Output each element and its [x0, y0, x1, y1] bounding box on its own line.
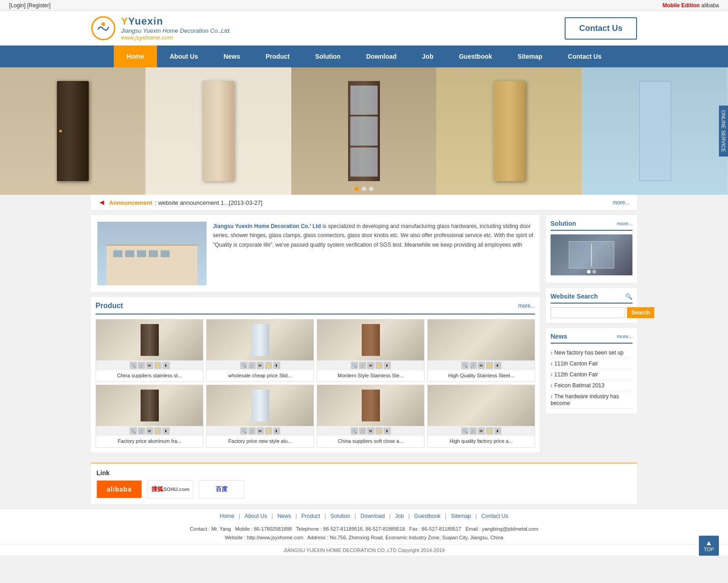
baidu-logo[interactable]: 百度 — [199, 480, 244, 498]
pi2-2[interactable]: 🛒 — [248, 362, 256, 369]
news-link-4[interactable]: Feicon Batimat 2013 — [554, 382, 604, 389]
footer-contact-us[interactable]: Contact Us — [481, 513, 508, 519]
product-item-3[interactable]: 🔍 🛒 ✉ ⭐ ⬇ Mordern Style Stainless Ste... — [317, 319, 425, 382]
alibaba-label[interactable]: alibaba — [701, 2, 719, 9]
mobile-edition-label[interactable]: Mobile Edition — [662, 2, 700, 9]
solution-image[interactable] — [551, 234, 632, 275]
footer-guestbook[interactable]: Guestbook — [414, 513, 440, 519]
pi-4[interactable]: ⭐ — [154, 362, 162, 369]
search-button[interactable]: Search — [627, 307, 654, 318]
news-link-5[interactable]: The hardware industry has become — [551, 393, 619, 406]
product-item-2[interactable]: 🔍 🛒 ✉ ⭐ ⬇ wholesale cheap price Slid... — [206, 319, 314, 382]
pi3-2[interactable]: 🛒 — [359, 362, 366, 369]
solution-more-link[interactable]: more... — [617, 221, 632, 226]
pi7-4[interactable]: ⭐ — [375, 427, 383, 435]
pi6-1[interactable]: 🔍 — [240, 427, 248, 435]
product-item-4[interactable]: 🔍 🛒 ✉ ⭐ ⬇ High Quality Stainless Steel..… — [427, 319, 535, 382]
pi7-5[interactable]: ⬇ — [384, 427, 391, 435]
pi3-5[interactable]: ⬇ — [384, 362, 391, 369]
pi8-2[interactable]: 🛒 — [470, 427, 477, 435]
news-more-link[interactable]: more... — [617, 334, 632, 339]
footer-sitemap[interactable]: Sitemap — [451, 513, 471, 519]
contact-us-header-button[interactable]: Contact Us — [565, 17, 637, 40]
nav-download[interactable]: Download — [354, 46, 410, 67]
pi4-5[interactable]: ⬇ — [494, 362, 501, 369]
bw-1 — [113, 250, 122, 257]
footer-product[interactable]: Product — [301, 513, 320, 519]
pi3-3[interactable]: ✉ — [367, 362, 374, 369]
pi8-3[interactable]: ✉ — [478, 427, 485, 435]
nav-job[interactable]: Job — [410, 46, 446, 67]
footer-about-us[interactable]: About Us — [245, 513, 267, 519]
pi4-1[interactable]: 🔍 — [461, 362, 469, 369]
sohu-logo[interactable]: 搜狐 SOHU.com — [147, 480, 193, 498]
pi-1[interactable]: 🔍 — [130, 362, 137, 369]
pi5-4[interactable]: ⭐ — [154, 427, 162, 435]
product-item-5[interactable]: 🔍 🛒 ✉ ⭐ ⬇ Factory price aluminum fra... — [96, 385, 203, 447]
pi6-4[interactable]: ⭐ — [265, 427, 272, 435]
pi5-1[interactable]: 🔍 — [130, 427, 137, 435]
pi6-2[interactable]: 🛒 — [248, 427, 256, 435]
nav-sitemap[interactable]: Sitemap — [505, 46, 555, 67]
announcement-more-link[interactable]: more... — [613, 199, 630, 206]
news-link-3[interactable]: 112th Canton Fair — [554, 371, 598, 378]
pi2-5[interactable]: ⬇ — [273, 362, 280, 369]
footer-home[interactable]: Home — [220, 513, 234, 519]
nav-guestbook[interactable]: Guestbook — [446, 46, 505, 67]
pi3-4[interactable]: ⭐ — [375, 362, 383, 369]
banner-dot-2[interactable] — [362, 187, 366, 191]
news-link-2[interactable]: 111th Canton Fair — [554, 360, 598, 367]
logo-text: YYuexin Jiangsu Yuexin Home Decoration C… — [121, 15, 231, 41]
nav-about-us[interactable]: About Us — [157, 46, 211, 67]
product-item-1[interactable]: 🔍 🛒 ✉ ⭐ ⬇ China suppliers stainless st..… — [96, 319, 203, 382]
footer-news[interactable]: News — [278, 513, 291, 519]
pi8-4[interactable]: ⭐ — [486, 427, 493, 435]
login-link[interactable]: [Login] — [9, 2, 25, 9]
news-link-1[interactable]: New factory has been set up — [554, 350, 623, 356]
pi2-4[interactable]: ⭐ — [265, 362, 272, 369]
footer-download[interactable]: Download — [360, 513, 384, 519]
nav-product[interactable]: Product — [253, 46, 303, 67]
pi4-2[interactable]: 🛒 — [470, 362, 477, 369]
search-input[interactable] — [551, 307, 625, 318]
pi4-4[interactable]: ⭐ — [486, 362, 493, 369]
nav-solution[interactable]: Solution — [303, 46, 354, 67]
pi7-2[interactable]: 🛒 — [359, 427, 366, 435]
nav-contact-us[interactable]: Contact Us — [555, 46, 614, 67]
pi2-3[interactable]: ✉ — [257, 362, 264, 369]
banner-dot-3[interactable] — [369, 187, 374, 191]
nav-news[interactable]: News — [211, 46, 253, 67]
pi6-3[interactable]: ✉ — [257, 427, 264, 435]
pi7-1[interactable]: 🔍 — [351, 427, 358, 435]
pi-2[interactable]: 🛒 — [138, 362, 145, 369]
pi5-3[interactable]: ✉ — [146, 427, 153, 435]
sol-dot-2[interactable] — [592, 270, 596, 274]
sol-dot-1[interactable] — [587, 270, 591, 274]
fax-value: 86-527-81189517 — [422, 526, 461, 532]
solution-title: Solution — [551, 220, 576, 227]
pi4-3[interactable]: ✉ — [478, 362, 485, 369]
pi7-3[interactable]: ✉ — [367, 427, 374, 435]
pi5-5[interactable]: ⬇ — [162, 427, 170, 435]
footer-solution[interactable]: Solution — [330, 513, 350, 519]
alibaba-logo[interactable]: alibaba — [96, 480, 142, 498]
online-service[interactable]: ONLINE SERVICE — [719, 106, 728, 157]
pi-5[interactable]: ⬇ — [162, 362, 170, 369]
pi2-1[interactable]: 🔍 — [240, 362, 248, 369]
footer-job[interactable]: Job — [395, 513, 404, 519]
pi5-2[interactable]: 🛒 — [138, 427, 145, 435]
product-more-link[interactable]: more... — [518, 303, 535, 309]
pi8-5[interactable]: ⬇ — [494, 427, 501, 435]
pi8-1[interactable]: 🔍 — [461, 427, 469, 435]
top-button[interactable]: ▲ TOP — [699, 536, 719, 556]
pi3-1[interactable]: 🔍 — [351, 362, 358, 369]
nav-home[interactable]: Home — [114, 46, 157, 67]
product-item-8[interactable]: 🔍 🛒 ✉ ⭐ ⬇ High quality factory price a..… — [427, 385, 535, 447]
login-register-area[interactable]: [Login] [Register] — [9, 2, 51, 9]
pi-3[interactable]: ✉ — [146, 362, 153, 369]
product-item-7[interactable]: 🔍 🛒 ✉ ⭐ ⬇ China suppliers soft close a..… — [317, 385, 425, 447]
pi6-5[interactable]: ⬇ — [273, 427, 280, 435]
banner-dot-1[interactable] — [354, 187, 359, 191]
product-item-6[interactable]: 🔍 🛒 ✉ ⭐ ⬇ Factory price new style alu... — [206, 385, 314, 447]
register-link[interactable]: [Register] — [27, 2, 51, 9]
